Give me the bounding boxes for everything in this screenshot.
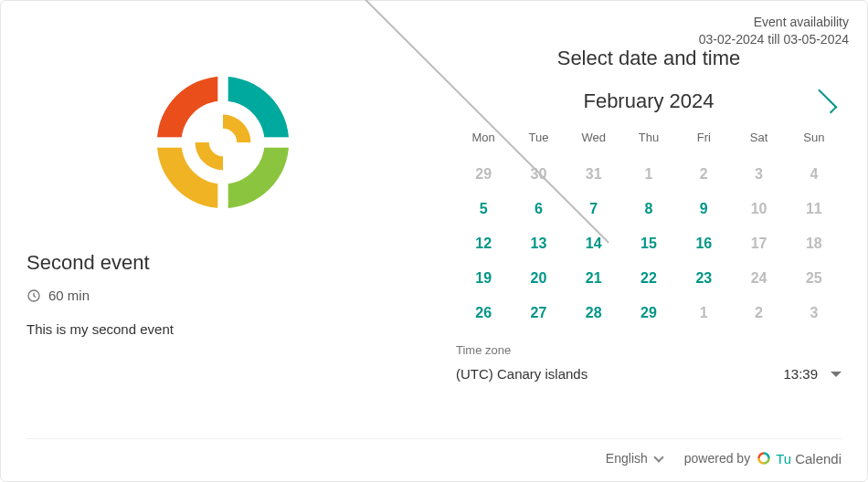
calendar-day[interactable]: 27 <box>511 299 566 327</box>
timezone-row: (UTC) Canary islands 13:39 <box>456 366 842 382</box>
current-time: 13:39 <box>783 366 818 382</box>
prev-month-button <box>460 89 485 114</box>
tucalendi-logo-icon <box>136 56 310 229</box>
calendar-day: 24 <box>731 265 786 292</box>
weekday-header: Fri <box>676 125 731 153</box>
calendar-day: 11 <box>787 195 842 223</box>
calendar-day[interactable]: 9 <box>676 195 731 223</box>
calendar-day[interactable]: 23 <box>676 265 731 292</box>
calendar-day[interactable]: 19 <box>456 265 511 292</box>
timezone-value[interactable]: (UTC) Canary islands <box>456 366 587 382</box>
powered-by-label: powered by <box>684 451 750 466</box>
calendar-day: 2 <box>731 299 786 327</box>
calendar-panel: Select date and time February 2024 MonTu… <box>456 47 842 422</box>
duration-text: 60 min <box>48 288 90 303</box>
brand-link[interactable]: TuCalendi <box>756 450 842 466</box>
calendar-day[interactable]: 15 <box>621 230 676 257</box>
calendar-day: 3 <box>787 299 842 327</box>
month-label: February 2024 <box>583 89 714 113</box>
event-title: Second event <box>26 251 419 275</box>
event-description: This is my second event <box>26 321 419 337</box>
language-selector[interactable]: English <box>606 451 662 466</box>
chevron-right-icon <box>813 89 838 114</box>
powered-by: powered by TuCalendi <box>684 450 842 466</box>
weekday-header: Sun <box>787 125 842 153</box>
calendar-day: 1 <box>676 299 731 327</box>
calendar-day: 4 <box>787 161 842 188</box>
calendar-day[interactable]: 21 <box>566 265 621 292</box>
calendar-day[interactable]: 28 <box>566 299 621 327</box>
calendar-day[interactable]: 13 <box>511 230 566 257</box>
calendar-day[interactable]: 8 <box>621 195 676 223</box>
language-label: English <box>606 451 648 466</box>
footer: English powered by TuCalendi <box>26 438 842 466</box>
calendar-day[interactable]: 20 <box>511 265 566 292</box>
calendar-day[interactable]: 22 <box>621 265 676 292</box>
timezone-label: Time zone <box>456 343 842 357</box>
weekday-header: Sat <box>731 125 786 153</box>
brand-part-b: Calendi <box>795 451 842 466</box>
calendar-day[interactable]: 6 <box>511 195 566 223</box>
svg-rect-2 <box>217 181 228 215</box>
calendar-day[interactable]: 29 <box>621 299 676 327</box>
calendar-day: 1 <box>621 161 676 188</box>
calendar-grid: MonTueWedThuFriSatSun2930311234567891011… <box>456 125 842 327</box>
brand-part-a: Tu <box>776 451 791 466</box>
calendar-day[interactable]: 16 <box>676 230 731 257</box>
availability-range: 03-02-2024 till 03-05-2024 <box>699 31 849 48</box>
calendar-day: 17 <box>731 230 786 257</box>
calendar-day[interactable]: 26 <box>456 299 511 327</box>
availability-info: Event availability 03-02-2024 till 03-05… <box>699 14 849 48</box>
chevron-down-icon <box>653 452 663 462</box>
calendar-day[interactable]: 12 <box>456 230 511 257</box>
svg-rect-0 <box>217 69 228 104</box>
calendar-day: 2 <box>676 161 731 188</box>
availability-label: Event availability <box>699 14 849 31</box>
calendar-day: 25 <box>787 265 842 292</box>
event-panel: Second event 60 min This is my second ev… <box>26 47 419 422</box>
logo-wrap <box>26 47 419 251</box>
calendar-day: 10 <box>731 195 786 223</box>
weekday-header: Thu <box>621 125 676 153</box>
clock-icon <box>26 288 41 303</box>
body: Second event 60 min This is my second ev… <box>26 19 842 422</box>
duration-row: 60 min <box>26 288 419 303</box>
step-title: Select date and time <box>456 47 842 70</box>
triangle-down-icon <box>831 372 842 377</box>
brand-logo-icon <box>756 450 772 466</box>
calendar-day: 31 <box>566 161 621 188</box>
calendar-day[interactable]: 14 <box>566 230 621 257</box>
svg-rect-1 <box>261 137 296 147</box>
month-navigation: February 2024 <box>456 89 842 114</box>
next-month-button[interactable] <box>812 89 838 114</box>
calendar-day: 29 <box>456 161 511 188</box>
weekday-header: Wed <box>566 125 621 153</box>
time-dropdown[interactable]: 13:39 <box>783 366 842 382</box>
calendar-day: 18 <box>787 230 842 257</box>
calendar-day[interactable]: 5 <box>456 195 511 223</box>
svg-rect-3 <box>150 137 185 147</box>
calendar-day: 3 <box>731 161 786 188</box>
booking-widget: Event availability 03-02-2024 till 03-05… <box>0 0 868 482</box>
